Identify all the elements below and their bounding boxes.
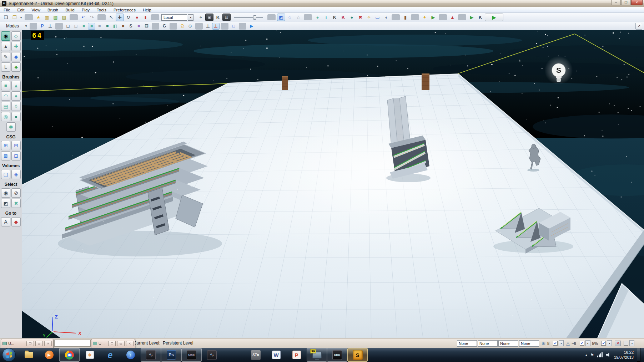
lit-view-button[interactable]: ■: [88, 23, 95, 30]
taskbar-media-player[interactable]: ▶: [39, 348, 59, 362]
publish-button[interactable]: ▲: [448, 14, 457, 21]
status-none-field-3[interactable]: None: [498, 340, 518, 347]
play-mobile-button[interactable]: ▶: [429, 14, 437, 21]
mini-maximize-button[interactable]: ▭: [117, 341, 125, 346]
rotate-tool-button[interactable]: ↻: [124, 14, 132, 21]
taskbar-dark-app-2[interactable]: ∿: [202, 348, 222, 362]
brush-wireframe-view-button[interactable]: ◻: [72, 23, 80, 30]
taskbar-monitor-app[interactable]: 99: [307, 348, 327, 362]
scale-tool-button[interactable]: ■: [133, 14, 141, 21]
build-paths-button[interactable]: K: [331, 14, 339, 21]
foliage-mode-button[interactable]: ♣: [11, 62, 21, 72]
scale-snap-dropdown[interactable]: ▾: [607, 340, 612, 346]
status-none-field-2[interactable]: None: [478, 340, 498, 347]
spiral-stair-brush-button[interactable]: ◎: [1, 112, 10, 121]
pivot-mode-button[interactable]: P: [39, 23, 46, 30]
translate-tool-button[interactable]: ✚: [116, 14, 124, 21]
minimized-window-2[interactable]: U... ❐ ▭ ✕: [91, 339, 135, 348]
favorites-button[interactable]: ★: [34, 14, 42, 21]
taskbar-photoshop[interactable]: Ps: [161, 348, 181, 362]
kismet-debug-button[interactable]: K: [476, 14, 484, 21]
volumetric-brush-button[interactable]: ✱: [6, 122, 16, 132]
static-mesh-mode-button[interactable]: ◇: [11, 31, 21, 41]
scale-nonuniform-button[interactable]: ▮: [141, 14, 150, 21]
camera-speed-slider[interactable]: [234, 14, 263, 21]
sphere-brush-button[interactable]: ●: [11, 112, 21, 121]
invert-selection-button[interactable]: ◩: [1, 199, 10, 208]
open-map-button[interactable]: ❐: [10, 14, 19, 21]
popout-viewport-button[interactable]: ↗: [635, 23, 642, 30]
tray-clock[interactable]: 16:22 19/07/2013: [614, 350, 634, 360]
autosave-dropdown[interactable]: ▾: [629, 340, 634, 346]
kismet-button[interactable]: K: [214, 14, 222, 21]
camera-mode-button[interactable]: ◉: [1, 31, 10, 41]
mini-restore-button[interactable]: ❐: [108, 341, 116, 346]
menu-play[interactable]: Play: [78, 7, 93, 12]
sheet-brush-button[interactable]: ◊: [11, 102, 21, 111]
status-none-field-4[interactable]: None: [519, 340, 539, 347]
menu-build[interactable]: Build: [62, 7, 78, 12]
rotation-snap-checkbox[interactable]: ✔: [580, 341, 584, 346]
mini-close-button[interactable]: ✕: [126, 341, 134, 346]
terrain-mode-button[interactable]: ▲: [1, 42, 10, 51]
detail-lighting-view-button[interactable]: ■: [96, 23, 103, 30]
light-complexity-view-button[interactable]: ■: [135, 23, 142, 30]
volume-speaker-icon[interactable]: [606, 353, 611, 357]
grid-snap-checkbox[interactable]: ✔: [553, 341, 558, 346]
csg-deintersect-button[interactable]: ⊡: [11, 151, 21, 160]
build-cover-button[interactable]: K: [339, 14, 347, 21]
realtime-audio-button[interactable]: ◖: [382, 14, 390, 21]
build-all-button[interactable]: ●: [348, 14, 356, 21]
start-button[interactable]: [2, 348, 16, 362]
transform-space-dropdown[interactable]: ▾: [188, 14, 193, 21]
realtime-preview-button[interactable]: ▶: [248, 23, 255, 30]
taskbar-photo-viewer[interactable]: ❖: [80, 348, 100, 362]
curved-stair-brush-button[interactable]: ◠: [1, 91, 10, 101]
preview-window-button[interactable]: ▭: [373, 14, 382, 21]
taskbar-powerpoint[interactable]: P: [286, 348, 307, 362]
undo-button[interactable]: ↶: [79, 14, 87, 21]
save-all-button[interactable]: ▧: [51, 14, 60, 21]
transform-space-select[interactable]: Local: [161, 14, 187, 21]
rotation-snap-dropdown[interactable]: ▾: [585, 340, 590, 346]
taskbar-internet-explorer[interactable]: e: [100, 348, 120, 362]
taskbar-udk-2[interactable]: UDK: [327, 348, 347, 362]
new-map-button[interactable]: ❏: [2, 14, 10, 21]
eject-pawn-button[interactable]: ⊥: [212, 23, 220, 30]
menu-help[interactable]: Help: [139, 7, 155, 12]
mini-restore-button[interactable]: ❐: [26, 341, 34, 346]
game-mode-dice-button[interactable]: ⚄: [143, 23, 150, 30]
possess-pawn-button[interactable]: ⊥: [204, 23, 212, 30]
build-lighting-button[interactable]: i: [322, 14, 330, 21]
game-view-button[interactable]: G: [161, 23, 168, 30]
search-binoculars-button[interactable]: ⌖: [197, 14, 205, 21]
camera-speed-slider-thumb[interactable]: [253, 15, 256, 20]
network-signal-icon[interactable]: [597, 352, 603, 357]
taskbar-stn-app[interactable]: STn: [246, 348, 266, 362]
show-desktop-button[interactable]: [637, 348, 640, 362]
cone-brush-button[interactable]: ▲: [11, 81, 21, 90]
landscape-mode-button[interactable]: L: [1, 62, 10, 72]
content-crate-button[interactable]: ▮: [401, 14, 409, 21]
hide-unselected-button[interactable]: ✖: [11, 199, 21, 208]
autosave-checkbox[interactable]: [624, 341, 628, 346]
hide-selected-button[interactable]: ⊘: [11, 188, 21, 198]
modes-dropdown[interactable]: ▾: [24, 23, 28, 30]
taskbar-explorer[interactable]: [19, 348, 39, 362]
build-geometry-button[interactable]: ●: [313, 14, 322, 21]
lightmap-density-view-button[interactable]: ◧: [111, 23, 119, 30]
csg-add-button[interactable]: ⊞: [1, 141, 10, 150]
taskbar-chrome[interactable]: [59, 348, 80, 362]
linear-stair-brush-button[interactable]: ▤: [1, 102, 10, 111]
shader-complexity-view-button[interactable]: ■: [119, 23, 127, 30]
lighting-quality-button[interactable]: ✧: [365, 14, 373, 21]
wireframe-view-button[interactable]: ◻: [64, 23, 72, 30]
csg-intersect-button[interactable]: ⊠: [1, 151, 10, 160]
mini-close-button[interactable]: ✕: [44, 341, 52, 346]
lock-selection-button[interactable]: Ω: [178, 23, 186, 30]
texture-align-mode-button[interactable]: ✚: [11, 42, 21, 51]
save-button[interactable]: ▦: [43, 14, 51, 21]
add-volume-button[interactable]: ▢: [1, 170, 10, 179]
taskbar-s-game[interactable]: S: [347, 348, 368, 362]
light-actor-sprite[interactable]: S: [544, 56, 573, 85]
